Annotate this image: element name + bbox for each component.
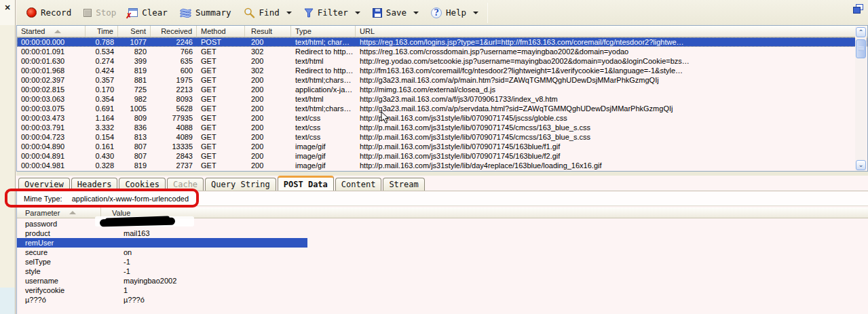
column-header-parameter[interactable]: Parameter [17, 208, 101, 218]
find-dropdown-icon[interactable] [286, 12, 292, 14]
cell-received: 4089 [151, 132, 197, 142]
column-header-time[interactable]: Time [86, 26, 118, 37]
cell-time: 0.154 [86, 132, 118, 142]
scroll-down-icon[interactable]: ⌄ [856, 160, 866, 170]
help-dropdown-icon[interactable] [473, 12, 478, 14]
cell-result: 200 [245, 75, 291, 85]
request-row[interactable]: 00:00:02.397 0.357 881 1975 GET 200 text… [17, 75, 867, 85]
cell-url: http://p.mail.163.com/js31style/lib/0709… [356, 113, 867, 123]
column-header-started[interactable]: Started [17, 26, 86, 37]
cell-type: text/html;chars… [291, 75, 356, 85]
param-row[interactable]: password [17, 219, 868, 229]
cell-result: 200 [245, 151, 291, 161]
cell-url: http://mimg.163.com/external/closea_d.js [356, 85, 867, 94]
param-row[interactable]: secure on [17, 248, 868, 257]
summary-button[interactable]: Summary [174, 3, 238, 22]
cell-method: GET [197, 94, 245, 104]
cell-time: 0.788 [86, 37, 118, 47]
column-header-url[interactable]: URL [356, 26, 867, 37]
detail-tab[interactable]: Content [335, 178, 382, 191]
request-row[interactable]: 00:00:04.723 0.154 813 4089 GET 200 text… [17, 132, 867, 142]
save-label: Save [386, 7, 407, 18]
close-icon[interactable]: ✕ [3, 3, 12, 12]
cell-started: 00:00:04.981 [17, 161, 86, 170]
param-value [101, 238, 868, 248]
param-row[interactable]: product mail163 [17, 229, 868, 238]
request-row[interactable]: 00:00:04.981 0.328 819 2737 GET 200 imag… [17, 161, 867, 170]
cell-method: GET [197, 113, 245, 123]
cell-started: 00:00:03.075 [17, 104, 86, 113]
request-row[interactable]: 00:00:02.815 0.170 725 2213 GET 200 appl… [17, 85, 867, 94]
request-row[interactable]: 00:00:01.091 0.534 820 766 GET 302 Redir… [17, 47, 867, 56]
cell-method: GET [197, 123, 245, 132]
param-value: µ???ó [101, 295, 868, 305]
detail-tab[interactable]: Headers [71, 178, 118, 191]
column-header-result[interactable]: Result [245, 26, 291, 37]
request-row[interactable]: 00:00:01.968 0.424 819 600 GET 302 Redir… [17, 66, 867, 75]
record-label: Record [41, 7, 71, 18]
find-button[interactable]: Find [238, 3, 298, 22]
cell-result: 200 [245, 142, 291, 151]
cell-received: 2246 [151, 37, 197, 47]
request-row[interactable]: 00:00:03.473 1.164 809 77935 GET 200 tex… [17, 113, 867, 123]
cell-method: GET [197, 104, 245, 113]
cell-time: 3.332 [86, 123, 118, 132]
column-header-type[interactable]: Type [291, 26, 356, 37]
cell-type: Redirect to http… [291, 66, 356, 75]
filter-dropdown-icon[interactable] [355, 12, 360, 14]
help-button[interactable]: ? Help [425, 3, 485, 22]
param-value: mail163 [101, 229, 868, 238]
stop-button[interactable]: Stop [77, 3, 122, 22]
param-row[interactable]: selType -1 [17, 257, 868, 267]
param-row[interactable]: username mayingbao2002 [17, 276, 868, 286]
request-row[interactable]: 00:00:03.063 0.354 982 8093 GET 200 text… [17, 94, 867, 104]
detail-tab[interactable]: Stream [383, 178, 424, 191]
param-row[interactable]: µ???ó µ???ó [17, 295, 868, 305]
param-value: on [101, 248, 868, 257]
cell-url: http://reg.yodao.com/setcookie.jsp?usern… [356, 56, 867, 66]
detail-tab[interactable]: Cache [167, 178, 204, 191]
detail-tab[interactable]: Query String [205, 178, 276, 191]
request-row[interactable]: 00:00:03.075 0.691 1005 5628 GET 200 tex… [17, 104, 867, 113]
cell-sent: 881 [118, 75, 151, 85]
param-name: selType [17, 257, 101, 267]
request-row[interactable]: 00:00:01.630 0.274 399 635 GET 200 text/… [17, 56, 867, 66]
cell-url: http://p.mail.163.com/js31style/lib/0709… [356, 123, 867, 132]
save-icon [373, 8, 382, 18]
scroll-up-icon[interactable]: ⌃ [856, 27, 866, 37]
scrollbar-thumb[interactable] [856, 39, 866, 58]
cell-sent: 819 [118, 161, 151, 170]
filter-button[interactable]: Filter [298, 3, 366, 22]
detail-tab[interactable]: Overview [18, 178, 70, 191]
param-row[interactable]: remUser [17, 238, 868, 248]
clear-button[interactable]: ✗ Clear [122, 3, 174, 22]
request-row[interactable]: 00:00:03.791 3.332 836 4088 GET 200 text… [17, 123, 867, 132]
requests-table: Started Time Sent Received Method Result… [16, 25, 868, 172]
request-row[interactable]: 00:00:04.890 0.161 807 13335 GET 200 ima… [17, 142, 867, 151]
save-dropdown-icon[interactable] [413, 12, 419, 14]
cell-started: 00:00:04.890 [17, 142, 86, 151]
cell-result: 200 [245, 104, 291, 113]
column-header-received[interactable]: Received [151, 26, 197, 37]
cell-received: 8093 [151, 94, 197, 104]
vertical-scrollbar[interactable]: ⌃ ⌄ [855, 26, 867, 171]
cell-started: 00:00:01.630 [17, 56, 86, 66]
column-header-method[interactable]: Method [197, 26, 245, 37]
cascade-windows-icon[interactable] [853, 4, 864, 14]
column-header-sent[interactable]: Sent [118, 26, 151, 37]
param-row[interactable]: verifycookie 1 [17, 286, 868, 295]
request-row[interactable]: 00:00:04.891 0.430 807 2843 GET 200 imag… [17, 151, 867, 161]
request-row[interactable]: 00:00:00.000 0.788 1077 2246 POST 200 te… [17, 37, 867, 47]
cell-started: 00:00:03.063 [17, 94, 86, 104]
toolbar-separator [487, 3, 488, 23]
cell-type: text/css [291, 132, 356, 142]
detail-tab[interactable]: Cookies [119, 178, 166, 191]
param-row[interactable]: style -1 [17, 267, 868, 276]
find-icon [244, 7, 255, 18]
record-button[interactable]: Record [20, 3, 77, 22]
column-header-value[interactable]: Value [101, 208, 868, 218]
detail-tab[interactable]: POST Data [278, 176, 334, 191]
save-button[interactable]: Save [366, 3, 425, 22]
cell-type: image/gif [291, 151, 356, 161]
cell-time: 0.274 [86, 56, 118, 66]
